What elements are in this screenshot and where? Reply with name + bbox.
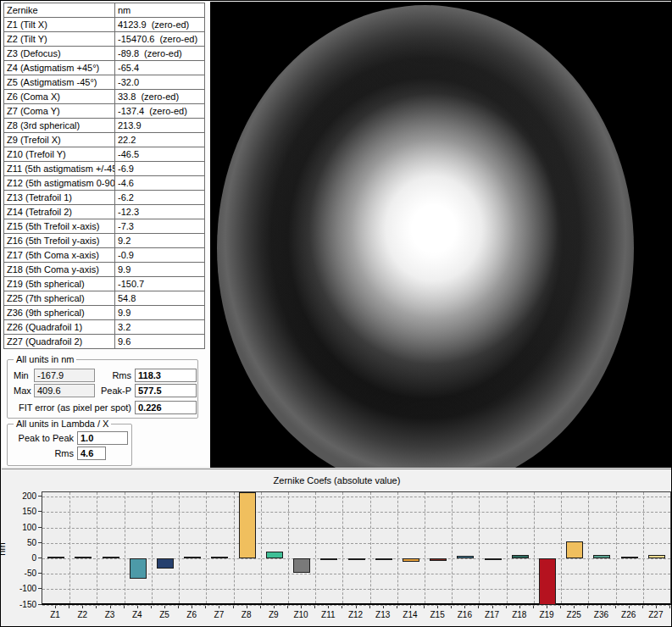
zernike-term-cell[interactable]: Z2 (Tilt Y) [4,32,115,47]
zernike-term-cell[interactable]: Z1 (Tilt X) [4,18,115,32]
zernike-value-cell[interactable]: -15470.6(zero-ed) [115,32,205,47]
table-row[interactable]: Z1 (Tilt X)4123.9(zero-ed) [4,18,205,32]
x-axis-tick-label: Z19 [533,610,560,619]
zernike-term-cell[interactable]: Z6 (Coma X) [4,90,115,104]
gridline-vertical [479,492,480,603]
zernike-value-cell[interactable]: 9.6 [115,335,205,349]
stats-lambda-title: All units in Lambda / X [14,419,111,429]
zernike-value-cell[interactable]: 9.2 [115,234,205,248]
zernike-term-cell[interactable]: Z17 (5th Coma x-axis) [4,248,115,263]
gridline-horizontal [42,497,670,497]
zernike-value-cell[interactable]: -150.7 [115,277,205,291]
table-row[interactable]: Z14 (Tetrafoil 2)-12.3 [4,205,205,219]
zernike-value-cell[interactable]: 4123.9(zero-ed) [115,18,205,32]
zernike-value-cell[interactable]: -65.4 [115,61,205,75]
zernike-value-cell[interactable]: -6.2 [115,191,205,205]
chart-bar-Z16 [457,556,474,558]
table-row[interactable]: Z17 (5th Coma x-axis)-0.9 [4,248,205,263]
x-axis-tick-label: Z15 [424,610,451,619]
zernike-term-cell[interactable]: Z8 (3rd spherical) [4,119,115,133]
zernike-value-cell[interactable]: -46.5 [115,147,205,162]
zernike-value-cell[interactable]: -6.9 [115,162,205,176]
zernike-value-cell[interactable]: -4.6 [115,176,205,191]
table-row[interactable]: Z9 (Trefoil X)22.2 [4,133,205,147]
zernike-term-cell[interactable]: Z4 (Astigmatism +45°) [4,61,115,75]
y-axis-tick-label: -100 [9,584,36,593]
zernike-term-cell[interactable]: Z36 (9th spherical) [4,306,115,320]
zernike-term-cell[interactable]: Z18 (5th Coma y-axis) [4,263,115,277]
x-axis-tick [533,606,534,608]
zernike-value-cell[interactable]: 22.2 [115,133,205,147]
zernike-term-cell[interactable]: Z14 (Tetrafoil 2) [4,205,115,219]
max-label: Max [14,386,31,396]
zernike-term-cell[interactable]: Z5 (Astigmatism -45°) [4,75,115,90]
table-row[interactable]: Z18 (5th Coma y-axis)9.9 [4,263,205,277]
table-row[interactable]: Z26 (Quadrafoil 1)3.2 [4,320,205,335]
zernike-term-cell[interactable]: Z9 (Trefoil X) [4,133,115,147]
x-axis-tick [478,606,479,608]
x-axis-tick [383,606,384,608]
zernike-value-cell[interactable]: -32.0 [115,75,205,90]
x-axis-tick-label: Z5 [151,610,178,619]
zernike-term-cell[interactable]: Z16 (5th Trefoil y-axis) [4,234,115,248]
zernike-value-cell[interactable]: 33.8(zero-ed) [115,90,205,104]
zernike-value-cell[interactable]: 54.8 [115,291,205,306]
x-axis-tick [492,606,493,608]
table-row[interactable]: Z25 (7th spherical)54.8 [4,291,205,306]
zernike-term-cell[interactable]: Z25 (7th spherical) [4,291,115,306]
zernike-value-cell[interactable]: 9.9 [115,306,205,320]
table-row[interactable]: Z2 (Tilt Y)-15470.6(zero-ed) [4,32,205,47]
zero-ed-note: (zero-ed) [152,19,190,30]
y-axis-tick-label: -150 [9,600,36,609]
zernike-term-cell[interactable]: Z19 (5th spherical) [4,277,115,291]
table-row[interactable]: Z6 (Coma X)33.8(zero-ed) [4,90,205,104]
table-row[interactable]: Z15 (5th Trefoil x-axis)-7.3 [4,219,205,234]
zernike-term-cell[interactable]: Z7 (Coma Y) [4,104,115,119]
x-axis-tick [205,606,206,608]
zernike-value-cell[interactable]: -137.4(zero-ed) [115,104,205,119]
zernike-term-cell[interactable]: Z10 (Trefoil Y) [4,147,115,162]
zernike-value-cell[interactable]: -89.8(zero-ed) [115,47,205,61]
zernike-term-cell[interactable]: Z15 (5th Trefoil x-axis) [4,219,115,234]
zernike-term-cell[interactable]: Z27 (Quadrafoil 2) [4,335,115,349]
zernike-value-cell[interactable]: -12.3 [115,205,205,219]
chart-bar-Z8 [239,492,256,558]
chart-bar-Z17 [485,558,502,560]
rms-nm-value-box: 118.3 [135,369,197,382]
zernike-value-cell[interactable]: 213.9 [115,119,205,133]
zernike-term-cell[interactable]: Z3 (Defocus) [4,47,115,61]
zernike-term-cell[interactable]: Z13 (Tetrafoil 1) [4,191,115,205]
table-row[interactable]: Z19 (5th spherical)-150.7 [4,277,205,291]
table-row[interactable]: Z5 (Astigmatism -45°)-32.0 [4,75,205,90]
zernike-value-cell[interactable]: -7.3 [115,219,205,234]
x-axis-tick [301,606,302,608]
chart-bar-Z13 [375,558,392,560]
gridline-vertical [643,492,644,603]
x-axis-tick [629,606,630,608]
table-row[interactable]: Z10 (Trefoil Y)-46.5 [4,147,205,162]
x-axis-tick [437,606,438,608]
zernike-term-cell[interactable]: Z12 (5th astigmatism 0-90°) [4,176,115,191]
x-axis-tick [560,606,561,608]
zernike-term-cell[interactable]: Z11 (5th astigmatism +/-45°) [4,162,115,176]
chart-plot-area [42,491,671,605]
zernike-value-cell[interactable]: -0.9 [115,248,205,263]
table-row[interactable]: Z11 (5th astigmatism +/-45°)-6.9 [4,162,205,176]
table-row[interactable]: Z4 (Astigmatism +45°)-65.4 [4,61,205,75]
zernike-value-cell[interactable]: 9.9 [115,263,205,277]
table-row[interactable]: Z36 (9th spherical)9.9 [4,306,205,320]
table-row[interactable]: Z12 (5th astigmatism 0-90°)-4.6 [4,176,205,191]
table-row[interactable]: Z27 (Quadrafoil 2)9.6 [4,335,205,349]
table-row[interactable]: Z13 (Tetrafoil 1)-6.2 [4,191,205,205]
zernike-term-cell[interactable]: Z26 (Quadrafoil 1) [4,320,115,335]
table-row[interactable]: Z7 (Coma Y)-137.4(zero-ed) [4,104,205,119]
table-row[interactable]: Z16 (5th Trefoil y-axis)9.2 [4,234,205,248]
zernike-panel: Zernike nm Z1 (Tilt X)4123.9(zero-ed)Z2 … [2,2,210,467]
table-row[interactable]: Z3 (Defocus)-89.8(zero-ed) [4,47,205,61]
x-axis-tick [151,606,152,608]
table-row[interactable]: Z8 (3rd spherical)213.9 [4,119,205,133]
zernike-value-cell[interactable]: 3.2 [115,320,205,335]
chart-bar-Z18 [512,555,529,558]
min-label: Min [14,370,29,380]
gridline-horizontal [42,512,670,513]
